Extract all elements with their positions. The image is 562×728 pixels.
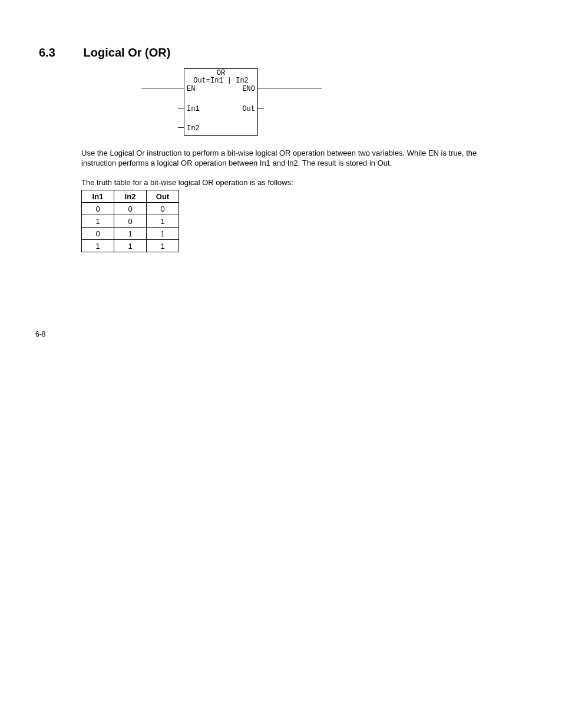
port-tick-out bbox=[258, 108, 264, 108]
port-tick-in1 bbox=[178, 108, 184, 108]
cell: 1 bbox=[82, 215, 114, 228]
section-heading: 6.3 Logical Or (OR) bbox=[39, 46, 170, 60]
port-tick-in2 bbox=[178, 127, 184, 128]
th-out: Out bbox=[147, 190, 179, 203]
cell: 1 bbox=[147, 240, 179, 252]
cell: 1 bbox=[82, 240, 114, 252]
table-row: 0 0 0 bbox=[82, 203, 179, 215]
page: 6.3 Logical Or (OR) OR Out=In1 | In2 EN … bbox=[0, 0, 562, 728]
table-header-row: In1 In2 Out bbox=[82, 190, 179, 203]
cell: 0 bbox=[82, 228, 114, 240]
function-block-diagram: OR Out=In1 | In2 EN ENO In1 Out In2 bbox=[141, 66, 324, 137]
block-name: OR bbox=[184, 69, 257, 77]
page-number: 6-8 bbox=[35, 330, 45, 338]
table-row: 0 1 1 bbox=[82, 228, 179, 240]
port-eno: ENO bbox=[242, 85, 255, 93]
rail-left bbox=[141, 88, 184, 88]
port-in1: In1 bbox=[187, 106, 200, 113]
port-out: Out bbox=[242, 106, 255, 113]
section-title: Logical Or (OR) bbox=[84, 46, 171, 59]
cell: 1 bbox=[114, 228, 147, 240]
cell: 0 bbox=[147, 203, 179, 215]
port-in2: In2 bbox=[187, 125, 200, 133]
block-formula: Out=In1 | In2 bbox=[184, 77, 257, 85]
cell: 1 bbox=[147, 215, 179, 228]
function-block-box: OR Out=In1 | In2 EN ENO In1 Out In2 bbox=[184, 68, 258, 136]
rail-right bbox=[258, 88, 322, 88]
cell: 1 bbox=[114, 240, 147, 252]
section-number: 6.3 bbox=[39, 46, 80, 60]
truth-table: In1 In2 Out 0 0 0 1 0 1 0 1 1 1 bbox=[81, 190, 179, 252]
port-en: EN bbox=[187, 85, 195, 93]
description-paragraph: Use the Logical Or instruction to perfor… bbox=[81, 149, 500, 168]
cell: 0 bbox=[114, 215, 147, 228]
truth-intro-paragraph: The truth table for a bit-wise logical O… bbox=[81, 178, 500, 188]
th-in2: In2 bbox=[114, 190, 147, 203]
cell: 0 bbox=[82, 203, 114, 215]
cell: 0 bbox=[114, 203, 147, 215]
cell: 1 bbox=[147, 228, 179, 240]
table-row: 1 0 1 bbox=[82, 215, 179, 228]
th-in1: In1 bbox=[82, 190, 114, 203]
table-row: 1 1 1 bbox=[82, 240, 179, 252]
